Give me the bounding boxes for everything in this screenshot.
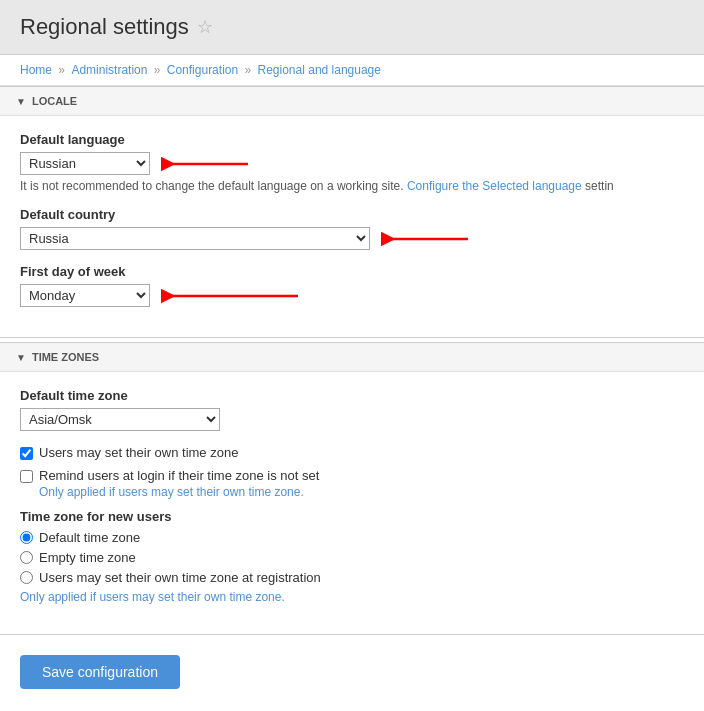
- first-day-row: Monday Sunday Saturday: [20, 284, 684, 307]
- timezones-collapse-icon: ▼: [16, 352, 26, 363]
- radio-empty-tz[interactable]: [20, 551, 33, 564]
- checkbox-own-tz[interactable]: [20, 447, 33, 460]
- locale-section-header[interactable]: ▼ LOCALE: [0, 87, 704, 116]
- checkbox-own-tz-row: Users may set their own time zone: [20, 445, 684, 460]
- breadcrumb: Home » Administration » Configuration » …: [0, 55, 704, 86]
- timezones-section-header[interactable]: ▼ TIME ZONES: [0, 343, 704, 372]
- radio-empty-tz-row: Empty time zone: [20, 550, 684, 565]
- first-day-label: First day of week: [20, 264, 684, 279]
- default-language-row: Russian English: [20, 152, 684, 175]
- page-title: Regional settings ☆: [20, 14, 684, 40]
- breadcrumb-config[interactable]: Configuration: [167, 63, 238, 77]
- timezones-section-body: Default time zone Asia/Omsk UTC Europe/M…: [0, 372, 704, 634]
- breadcrumb-sep3: »: [245, 63, 255, 77]
- default-country-select[interactable]: Russia United States Germany France: [20, 227, 370, 250]
- default-language-label: Default language: [20, 132, 684, 147]
- default-tz-label: Default time zone: [20, 388, 684, 403]
- breadcrumb-sep2: »: [154, 63, 164, 77]
- page-header: Regional settings ☆: [0, 0, 704, 55]
- save-configuration-button[interactable]: Save configuration: [20, 655, 180, 689]
- breadcrumb-sep1: »: [58, 63, 68, 77]
- locale-section-body: Default language Russian English: [0, 116, 704, 337]
- radio-user-tz[interactable]: [20, 571, 33, 584]
- locale-section: ▼ LOCALE Default language Russian Englis…: [0, 86, 704, 338]
- checkbox-remind-row: Remind users at login if their time zone…: [20, 468, 684, 499]
- timezones-section-title: TIME ZONES: [32, 351, 99, 363]
- default-country-row: Russia United States Germany France: [20, 227, 684, 250]
- language-arrow-annotation: [160, 154, 250, 174]
- checkbox-remind[interactable]: [20, 470, 33, 483]
- checkbox-remind-hint: Only applied if users may set their own …: [39, 485, 319, 499]
- default-language-select[interactable]: Russian English: [20, 152, 150, 175]
- checkbox-remind-label[interactable]: Remind users at login if their time zone…: [39, 468, 319, 483]
- radio-default-tz-row: Default time zone: [20, 530, 684, 545]
- checkbox-remind-content: Remind users at login if their time zone…: [39, 468, 319, 499]
- country-arrow-annotation: [380, 229, 470, 249]
- radio-default-tz[interactable]: [20, 531, 33, 544]
- hint-suffix-text: settin: [585, 179, 614, 193]
- default-language-hint: It is not recommended to change the defa…: [20, 179, 684, 193]
- bottom-area: Save configuration: [0, 639, 704, 711]
- default-language-group: Default language Russian English: [20, 132, 684, 193]
- checkbox-own-tz-content: Users may set their own time zone: [39, 445, 238, 460]
- breadcrumb-regional[interactable]: Regional and language: [258, 63, 381, 77]
- default-tz-select[interactable]: Asia/Omsk UTC Europe/Moscow America/New_…: [20, 408, 220, 431]
- firstday-arrow-annotation: [160, 286, 300, 306]
- first-day-select[interactable]: Monday Sunday Saturday: [20, 284, 150, 307]
- checkbox-own-tz-label[interactable]: Users may set their own time zone: [39, 445, 238, 460]
- first-day-group: First day of week Monday Sunday Saturday: [20, 264, 684, 307]
- default-country-label: Default country: [20, 207, 684, 222]
- breadcrumb-home[interactable]: Home: [20, 63, 52, 77]
- breadcrumb-admin[interactable]: Administration: [71, 63, 147, 77]
- locale-section-title: LOCALE: [32, 95, 77, 107]
- hint-plain-text: It is not recommended to change the defa…: [20, 179, 404, 193]
- radio-user-tz-label[interactable]: Users may set their own time zone at reg…: [39, 570, 321, 585]
- locale-collapse-icon: ▼: [16, 96, 26, 107]
- tz-new-users-label: Time zone for new users: [20, 509, 684, 524]
- default-tz-group: Default time zone Asia/Omsk UTC Europe/M…: [20, 388, 684, 431]
- tz-new-users-group: Time zone for new users Default time zon…: [20, 509, 684, 604]
- timezones-section: ▼ TIME ZONES Default time zone Asia/Omsk…: [0, 342, 704, 635]
- page-title-text: Regional settings: [20, 14, 189, 40]
- radio-empty-tz-label[interactable]: Empty time zone: [39, 550, 136, 565]
- default-country-group: Default country Russia United States Ger…: [20, 207, 684, 250]
- tz-new-users-hint: Only applied if users may set their own …: [20, 590, 684, 604]
- radio-default-tz-label[interactable]: Default time zone: [39, 530, 140, 545]
- favorite-icon[interactable]: ☆: [197, 16, 213, 38]
- radio-user-tz-row: Users may set their own time zone at reg…: [20, 570, 684, 585]
- configure-language-link[interactable]: Configure the Selected language: [407, 179, 582, 193]
- main-content: ▼ LOCALE Default language Russian Englis…: [0, 86, 704, 711]
